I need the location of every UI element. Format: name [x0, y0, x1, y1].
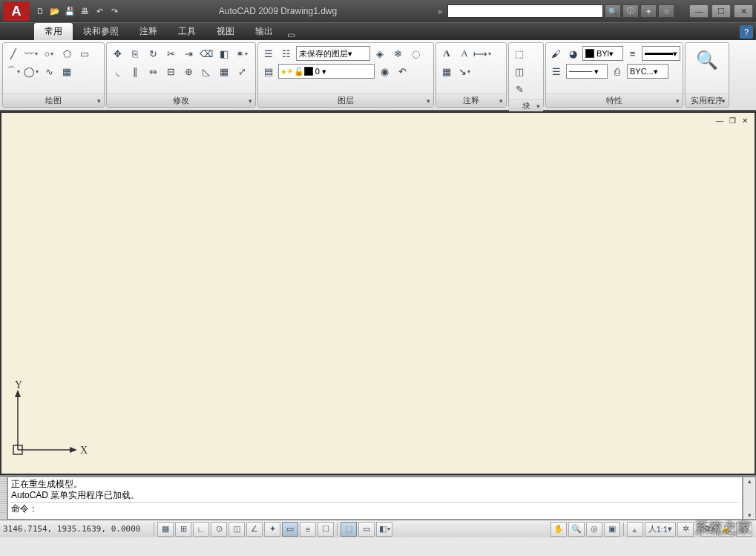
tab-output[interactable]: 输出: [245, 23, 283, 40]
expand-icon[interactable]: ▾: [427, 97, 430, 105]
polyline-tool[interactable]: 〰▾: [23, 45, 39, 62]
break-tool[interactable]: ⊟: [162, 63, 179, 79]
snap-toggle[interactable]: ▦: [157, 522, 174, 537]
erase-tool[interactable]: ⌫: [198, 45, 214, 62]
qat-open-icon[interactable]: 📂: [48, 4, 62, 18]
close-button[interactable]: ✕: [734, 4, 753, 18]
otrack-toggle[interactable]: ∠: [246, 522, 263, 537]
tab-extra-icon[interactable]: ▭: [283, 30, 298, 40]
steering-wheel-button[interactable]: ◎: [586, 522, 602, 537]
layer-states-button[interactable]: ☷: [278, 45, 295, 62]
tab-home[interactable]: 常用: [34, 23, 73, 40]
plotstyle-combo[interactable]: BYC...▾: [627, 64, 668, 79]
maximize-button[interactable]: ☐: [711, 4, 731, 18]
lwt-toggle[interactable]: ≡: [300, 522, 316, 537]
layout-button[interactable]: ▭: [358, 522, 375, 537]
chamfer-tool[interactable]: ◺: [198, 63, 214, 79]
model-button[interactable]: ⬚: [341, 522, 357, 537]
favorites-button[interactable]: ✦: [640, 4, 657, 18]
scale-combo[interactable]: 人 1:1▾: [645, 522, 676, 537]
copy-tool[interactable]: ⎘: [127, 45, 143, 62]
explode-tool[interactable]: ✶▾: [234, 45, 250, 62]
workspace-switch[interactable]: ⚙▾: [700, 522, 717, 537]
layer-filter-button[interactable]: ▤: [260, 63, 277, 79]
layer-props-button[interactable]: ☰: [260, 45, 277, 62]
rectangle-tool[interactable]: ▭: [76, 45, 93, 62]
layer-state-combo[interactable]: 未保存的图层 ▾: [296, 46, 370, 61]
move-tool[interactable]: ✥: [109, 45, 125, 62]
linetype-combo[interactable]: ──── ▾: [566, 64, 608, 79]
qat-print-icon[interactable]: 🖶: [78, 4, 91, 18]
expand-icon[interactable]: ▾: [499, 97, 503, 105]
leader-tool[interactable]: ↘▾: [456, 63, 473, 79]
create-block-button[interactable]: ◫: [511, 63, 527, 79]
table-tool[interactable]: ▦: [438, 63, 455, 79]
match-props-button[interactable]: 🖌: [548, 45, 564, 62]
expand-icon[interactable]: ▾: [536, 102, 540, 110]
zoom-extents-button[interactable]: 🔍: [692, 45, 722, 75]
array-tool[interactable]: ▦: [216, 63, 232, 79]
expand-icon[interactable]: ▾: [676, 97, 680, 105]
app-menu-button[interactable]: A: [3, 1, 30, 21]
dimension-tool[interactable]: ⟼▾: [474, 45, 490, 62]
trim-tool[interactable]: ✂: [162, 45, 179, 62]
text-tool[interactable]: A: [456, 45, 473, 62]
command-scrollbar[interactable]: ▴▾: [743, 477, 756, 520]
drawing-canvas[interactable]: — ❐ ✕ Y X: [1, 113, 755, 474]
layer-prev-button[interactable]: ↶: [394, 63, 410, 79]
qat-redo-icon[interactable]: ↷: [108, 4, 121, 18]
expand-icon[interactable]: ▾: [722, 97, 726, 105]
tab-view[interactable]: 视图: [206, 23, 245, 40]
circle-tool[interactable]: ○▾: [41, 45, 57, 62]
expand-icon[interactable]: ▾: [97, 97, 101, 105]
infocenter-search-input[interactable]: [447, 4, 603, 18]
current-layer-combo[interactable]: ●☀🔓 0 ▾: [278, 64, 375, 79]
spline-tool[interactable]: ∿: [41, 63, 57, 79]
plot-style-icon[interactable]: ⎙: [609, 63, 625, 79]
insert-block-button[interactable]: ⬚: [511, 45, 527, 62]
comm-center-button[interactable]: ⓘ: [622, 4, 639, 18]
anno-vis-toggle[interactable]: ✲: [677, 522, 694, 537]
tab-annotate[interactable]: 注释: [129, 23, 168, 40]
line-tool[interactable]: ╱: [5, 45, 22, 62]
doc-restore-button[interactable]: ❐: [727, 116, 737, 125]
dyn-toggle[interactable]: ▭: [282, 522, 298, 537]
layer-off-button[interactable]: ◌: [407, 45, 424, 62]
lock-ui-button[interactable]: 🔒: [718, 522, 734, 537]
search-button[interactable]: 🔍: [605, 4, 621, 18]
layer-match-button[interactable]: ◉: [376, 63, 392, 79]
ducs-toggle[interactable]: ✦: [264, 522, 280, 537]
extend-tool[interactable]: ⇥: [180, 45, 197, 62]
osnap-toggle[interactable]: ◫: [229, 522, 245, 537]
join-tool[interactable]: ⊕: [180, 63, 197, 79]
doc-minimize-button[interactable]: —: [714, 116, 725, 125]
hatch-tool[interactable]: ▦: [59, 63, 75, 79]
mtext-tool[interactable]: A: [438, 45, 455, 62]
command-drag-handle[interactable]: [0, 477, 7, 520]
color-combo[interactable]: BYl▾: [582, 46, 623, 61]
scale-tool[interactable]: ⤢: [234, 63, 250, 79]
command-history[interactable]: 正在重生成模型。 AutoCAD 菜单实用程序已加载。 命令：: [7, 477, 743, 520]
qat-save-icon[interactable]: 💾: [63, 4, 76, 18]
layer-iso-button[interactable]: ◈: [372, 45, 388, 62]
quickview-button[interactable]: ◧▾: [376, 522, 392, 537]
qp-toggle[interactable]: ☐: [318, 522, 334, 537]
rotate-tool[interactable]: ↻: [145, 45, 161, 62]
lineweight-combo[interactable]: ▾: [642, 46, 680, 61]
ellipse-tool[interactable]: ◯▾: [23, 63, 39, 79]
zoom-button[interactable]: 🔍: [568, 522, 585, 537]
polar-toggle[interactable]: ⊙: [211, 522, 227, 537]
clean-screen-button[interactable]: ▢: [736, 522, 752, 537]
mirror-tool[interactable]: ◧: [216, 45, 232, 62]
minimize-button[interactable]: —: [689, 4, 709, 18]
showmotion-button[interactable]: ▣: [604, 522, 620, 537]
fillet-tool[interactable]: ◟: [109, 63, 125, 79]
offset-tool[interactable]: ‖: [127, 63, 143, 79]
edit-block-button[interactable]: ✎: [511, 81, 527, 97]
layer-freeze-button[interactable]: ❄: [389, 45, 406, 62]
pan-button[interactable]: ✋: [550, 522, 567, 537]
command-window[interactable]: 正在重生成模型。 AutoCAD 菜单实用程序已加载。 命令： ▴▾: [0, 475, 756, 520]
doc-close-button[interactable]: ✕: [740, 116, 750, 125]
qat-undo-icon[interactable]: ↶: [93, 4, 106, 18]
arc-tool[interactable]: ⌒▾: [5, 63, 22, 79]
